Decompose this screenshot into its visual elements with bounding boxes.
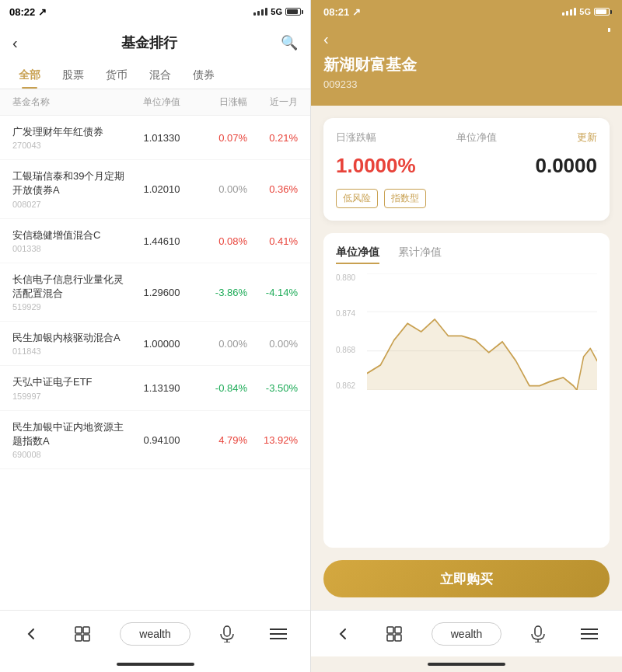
- header-name: 基金名称: [12, 96, 131, 109]
- fund-nav-col-5: 1.13190: [131, 381, 193, 395]
- right-bottom-menu[interactable]: [575, 625, 604, 643]
- fund-item-0[interactable]: 广发理财年年红债券 270043 1.01330 0.07% 0.21%: [0, 116, 310, 160]
- fund-code-0: 270043: [12, 141, 131, 150]
- fund-code-4: 011843: [12, 346, 131, 356]
- fund-name-col-0: 广发理财年年红债券 270043: [12, 125, 131, 150]
- tab-all[interactable]: 全部: [8, 62, 51, 89]
- svg-rect-15: [395, 627, 401, 633]
- fund-month-0: 0.21%: [269, 132, 298, 144]
- tab-stock[interactable]: 股票: [51, 62, 95, 89]
- fund-name-col-6: 民生加银中证内地资源主题指数A 690008: [12, 420, 131, 459]
- right-bottom-wealth[interactable]: wealth: [432, 622, 501, 646]
- fund-item-3[interactable]: 长信电子信息行业量化灵活配置混合 519929 1.29600 -3.86% -…: [0, 263, 310, 322]
- fund-name-0: 广发理财年年红债券: [12, 125, 131, 139]
- right-bottom-mic[interactable]: [524, 622, 552, 646]
- tab-bond[interactable]: 债券: [182, 62, 225, 89]
- fund-item-6[interactable]: 民生加银中证内地资源主题指数A 690008 0.94100 4.79% 13.…: [0, 411, 310, 469]
- fund-change-col-5: -0.84%: [193, 381, 247, 395]
- fund-item-4[interactable]: 民生加银内核驱动混合A 011843 1.00000 0.00% 0.00%: [0, 322, 310, 366]
- fund-month-6: 13.92%: [264, 434, 298, 446]
- left-location-icon: ↗: [38, 6, 47, 18]
- right-nav-bar: ‹: [323, 23, 610, 54]
- fund-name-col-5: 天弘中证电子ETF 159997: [12, 375, 131, 400]
- table-header: 基金名称 单位净值 日涨幅 近一月: [0, 89, 310, 116]
- left-network: 5G: [271, 7, 282, 16]
- right-fund-code: 009233: [323, 78, 610, 90]
- fund-code-1: 008027: [12, 200, 131, 209]
- svg-rect-2: [75, 635, 82, 641]
- fund-change-6: 4.79%: [218, 434, 247, 446]
- tab-mixed[interactable]: 混合: [138, 62, 182, 89]
- fund-item-2[interactable]: 安信稳健增值混合C 001338 1.44610 0.08% 0.41%: [0, 219, 310, 263]
- svg-rect-0: [75, 627, 82, 633]
- fund-nav-col-4: 1.00000: [131, 336, 193, 350]
- chart-tab-cumulative[interactable]: 累计净值: [398, 245, 442, 264]
- fund-month-col-2: 0.41%: [247, 234, 298, 248]
- right-bottom-back[interactable]: [329, 623, 357, 645]
- fund-change-col-4: 0.00%: [193, 336, 247, 350]
- fund-nav-5: 1.13190: [144, 382, 180, 394]
- svg-rect-18: [535, 626, 541, 636]
- fund-name-1: 工银瑞信泰和39个月定期开放债券A: [12, 169, 131, 197]
- fund-month-col-4: 0.00%: [247, 336, 298, 350]
- right-location-icon: ↗: [352, 6, 361, 18]
- chart-area: 0.880 0.874 0.868 0.862: [336, 273, 597, 390]
- chart-tab-nav[interactable]: 单位净值: [336, 245, 379, 264]
- fund-month-3: -4.14%: [266, 287, 298, 298]
- right-back-button[interactable]: ‹: [323, 30, 329, 48]
- info-values: 1.0000% 0.0000: [336, 154, 597, 178]
- fund-nav-1: 1.02010: [144, 183, 180, 195]
- svg-rect-14: [387, 627, 393, 633]
- left-home-indicator: [0, 656, 310, 672]
- left-back-button[interactable]: ‹: [12, 34, 18, 52]
- left-bottom-tabs[interactable]: [68, 622, 97, 646]
- fund-name-col-3: 长信电子信息行业量化灵活配置混合 519929: [12, 273, 131, 312]
- left-bottom-menu[interactable]: [264, 625, 293, 643]
- left-status-left: 08:22 ↗: [9, 6, 47, 18]
- right-header: 08:21 ↗ 5G ‹ 新湖财富基金 009233: [311, 0, 622, 106]
- fund-item-1[interactable]: 工银瑞信泰和39个月定期开放债券A 008027 1.02010 0.00% 0…: [0, 160, 310, 218]
- fund-name-col-2: 安信稳健增值混合C 001338: [12, 228, 131, 253]
- right-status-right: 5G: [562, 7, 610, 16]
- fund-change-5: -0.84%: [215, 382, 247, 394]
- right-back-icon: [335, 626, 351, 642]
- chart-canvas: [367, 273, 597, 390]
- buy-button[interactable]: 立即购买: [323, 560, 610, 597]
- left-bottom-wealth[interactable]: wealth: [120, 622, 190, 646]
- svg-rect-4: [224, 626, 230, 636]
- left-bottom-back[interactable]: [17, 623, 45, 645]
- fund-nav-2: 1.44610: [144, 235, 180, 247]
- info-card: 日涨跌幅 单位净值 更新 1.0000% 0.0000 低风险 指数型: [323, 118, 610, 221]
- left-search-icon[interactable]: 🔍: [281, 34, 298, 51]
- fund-item-5[interactable]: 天弘中证电子ETF 159997 1.13190 -0.84% -3.50%: [0, 366, 310, 410]
- tag-index-type[interactable]: 指数型: [384, 189, 426, 208]
- nav-value: 0.0000: [535, 154, 597, 178]
- update-button[interactable]: 更新: [577, 131, 597, 144]
- svg-rect-17: [395, 635, 401, 641]
- right-menu-icon: [581, 628, 598, 640]
- tag-low-risk[interactable]: 低风险: [336, 189, 378, 208]
- fund-change-col-6: 4.79%: [193, 433, 247, 447]
- right-signal-dots: [562, 8, 576, 16]
- left-bottom-mic[interactable]: [213, 622, 241, 646]
- fund-list: 广发理财年年红债券 270043 1.01330 0.07% 0.21% 工银瑞…: [0, 116, 310, 610]
- fund-code-3: 519929: [12, 302, 131, 312]
- fund-nav-col-2: 1.44610: [131, 234, 193, 248]
- fund-month-4: 0.00%: [269, 338, 298, 350]
- fund-name-col-1: 工银瑞信泰和39个月定期开放债券A 008027: [12, 169, 131, 208]
- fund-nav-4: 1.00000: [144, 338, 180, 350]
- fund-change-col-2: 0.08%: [193, 234, 247, 248]
- right-home-indicator: [311, 656, 622, 672]
- fund-nav-col-6: 0.94100: [131, 433, 193, 447]
- fund-month-5: -3.50%: [266, 382, 298, 394]
- tab-currency[interactable]: 货币: [95, 62, 138, 89]
- right-bottom-tabs[interactable]: [379, 622, 409, 646]
- fund-month-col-3: -4.14%: [247, 285, 298, 299]
- fund-month-2: 0.41%: [269, 235, 298, 247]
- header-change: 日涨幅: [193, 96, 247, 109]
- fund-month-col-0: 0.21%: [247, 131, 298, 144]
- fund-code-5: 159997: [12, 392, 131, 401]
- fund-name-col-4: 民生加银内核驱动混合A 011843: [12, 331, 131, 356]
- left-panel: 08:22 ↗ 5G ‹ 基金排行 🔍 全部 股票 货币 混合 债券: [0, 0, 311, 672]
- daily-change-value: 1.0000%: [336, 154, 416, 178]
